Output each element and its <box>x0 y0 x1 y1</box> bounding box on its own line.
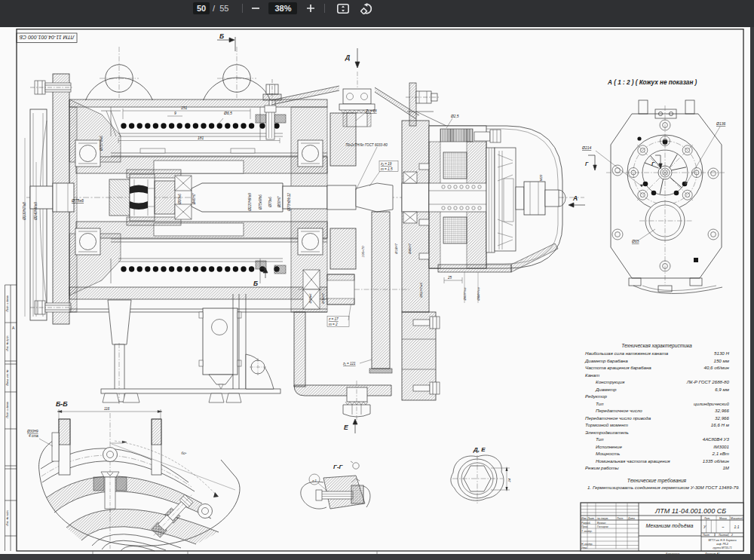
svg-text:Формат А1: Формат А1 <box>705 552 720 555</box>
svg-text:Тип: Тип <box>596 436 604 442</box>
svg-text:Ø2,5: Ø2,5 <box>450 115 459 118</box>
svg-text:1М: 1М <box>722 465 729 470</box>
svg-text:Н. контр.: Н. контр. <box>581 543 593 546</box>
svg-text:Дата: Дата <box>627 517 635 520</box>
svg-text:Ø65: Ø65 <box>631 239 639 243</box>
svg-text:Ø75к9/h6: Ø75к9/h6 <box>259 194 262 210</box>
svg-text:Д: Д <box>345 54 350 61</box>
svg-text:Наибольшая сила натяжения кана: Наибольшая сила натяжения каната <box>585 350 669 356</box>
svg-text:181: 181 <box>198 136 204 140</box>
svg-text:Ø30к6: Ø30к6 <box>308 293 312 304</box>
svg-text:Мощность: Мощность <box>596 451 620 456</box>
svg-text:Ø30Н9: Ø30Н9 <box>26 430 38 433</box>
svg-text:25: 25 <box>447 276 452 280</box>
svg-text:Утв.: Утв. <box>581 546 587 549</box>
svg-text:Ø75Г9/к6: Ø75Г9/к6 <box>100 136 103 151</box>
svg-text:Д, Е: Д, Е <box>473 446 486 453</box>
svg-text:z = 17: z = 17 <box>328 317 339 321</box>
svg-text:40,6 об/мин: 40,6 об/мин <box>704 365 730 370</box>
svg-text:Z₁ = 88: Z₁ = 88 <box>365 109 377 113</box>
svg-text:1: 1 <box>714 534 716 537</box>
svg-text:Технические требования: Технические требования <box>627 478 687 484</box>
svg-text:Ø240Н9/е9: Ø240Н9/е9 <box>34 202 38 221</box>
svg-text:Е: Е <box>344 424 348 431</box>
svg-text:Листов: Листов <box>718 534 728 537</box>
svg-text:Ø6,5: Ø6,5 <box>223 111 232 115</box>
svg-text:Механизм подъёма: Механизм подъёма <box>646 523 694 528</box>
svg-text:Ø40Н7: Ø40Н7 <box>192 193 196 205</box>
svg-text:Гончаров: Гончаров <box>597 525 608 528</box>
svg-text:Ø70к6: Ø70к6 <box>268 197 272 208</box>
svg-text:Ø18Н7: Ø18Н7 <box>394 243 398 254</box>
svg-text:Режим работы: Режим работы <box>585 465 619 470</box>
svg-text:Г: Г <box>651 161 655 167</box>
svg-text:Б: Б <box>219 32 224 40</box>
svg-text:Тормозной момент: Тормозной момент <box>585 422 628 427</box>
svg-text:Частота вращения барабана: Частота вращения барабана <box>585 365 651 370</box>
svg-text:Взам. инв. №: Взам. инв. № <box>6 369 9 385</box>
svg-text:Ерохин: Ерохин <box>597 522 606 525</box>
svg-text:Ø214: Ø214 <box>581 145 591 150</box>
svg-text:Передаточное число привода: Передаточное число привода <box>585 415 651 421</box>
svg-text:МГТУ им. Н.Э. Баумана: МГТУ им. Н.Э. Баумана <box>708 539 736 542</box>
svg-text:Подп. и дата: Подп. и дата <box>6 295 9 311</box>
svg-text:группа МТ10-71: группа МТ10-71 <box>713 546 731 549</box>
svg-text:Инв. № подл.: Инв. № подл. <box>6 510 9 525</box>
svg-text:цилиндрический: цилиндрический <box>694 401 730 406</box>
svg-text:m = 2: m = 2 <box>329 323 338 326</box>
svg-text:Ø45Н7: Ø45Н7 <box>408 243 412 254</box>
svg-text:№ докум.: № докум. <box>597 517 608 520</box>
svg-text:А: А <box>12 326 15 330</box>
svg-text:ЛТМ 11-04.001.000 СБ: ЛТМ 11-04.001.000 СБ <box>654 507 726 515</box>
svg-text:5130 Н: 5130 Н <box>714 350 729 356</box>
svg-text:Ø30к6: Ø30к6 <box>178 194 182 205</box>
svg-text:70х2хТН/9г ГОСТ 6033-80: 70х2хТН/9г ГОСТ 6033-80 <box>345 143 388 147</box>
svg-text:Г: Г <box>585 161 589 167</box>
svg-text:Ø50Н7: Ø50Н7 <box>277 196 281 208</box>
svg-text:2,1 кВт: 2,1 кВт <box>711 451 729 456</box>
svg-text:116: 116 <box>104 407 110 411</box>
svg-text:Техническая характеристика: Техническая характеристика <box>621 343 692 349</box>
svg-text:Ø52Н7/к6: Ø52Н7/к6 <box>419 283 423 298</box>
svg-text:Изм. Лист: Изм. Лист <box>581 517 594 520</box>
svg-text:Ø75к6: Ø75к6 <box>71 198 84 203</box>
svg-text:2: 2 <box>731 534 733 537</box>
svg-text:Конструкция: Конструкция <box>596 379 625 384</box>
svg-text:150 мм: 150 мм <box>713 358 729 363</box>
svg-text:32,966: 32,966 <box>715 415 729 421</box>
svg-text:Ø84Н/пв: Ø84Н/пв <box>477 287 480 301</box>
svg-text:1. Герметизировать соединени: 1. Герметизировать соединения герметиком… <box>587 485 740 490</box>
svg-text:Канат: Канат <box>585 372 599 378</box>
svg-text:1:1: 1:1 <box>734 525 740 529</box>
svg-text:Ø60Р/пв: Ø60Р/пв <box>463 287 467 301</box>
svg-text:Т. контр.: Т. контр. <box>581 530 593 533</box>
svg-text:Ø130Н7/и8: Ø130Н7/и8 <box>23 202 26 221</box>
svg-text:Инв. № дубл.: Инв. № дубл. <box>6 335 9 351</box>
svg-text:6,9 мм: 6,9 мм <box>715 387 730 392</box>
svg-text:9: 9 <box>174 111 176 115</box>
svg-text:М20: М20 <box>539 174 543 181</box>
svg-text:Редуктор: Редуктор <box>585 393 607 399</box>
svg-text:IМ3001: IМ3001 <box>713 444 729 449</box>
svg-text:z₂ = 19: z₂ = 19 <box>380 162 392 166</box>
svg-text:z₁ = 121: z₁ = 121 <box>342 362 356 366</box>
svg-text:Пров.: Пров. <box>581 525 588 528</box>
svg-text:Ø32Н7: Ø32Н7 <box>321 292 325 304</box>
svg-text:m = 1,5: m = 1,5 <box>381 167 393 171</box>
svg-text:105×70: 105×70 <box>361 246 365 257</box>
svg-text:Подп. и дата: Подп. и дата <box>6 402 9 418</box>
svg-text:16,6 Н м: 16,6 Н м <box>711 422 730 427</box>
svg-text:Лист: Лист <box>702 534 710 537</box>
svg-text:Разраб.: Разраб. <box>581 522 590 525</box>
svg-text:Ø220Н9/е9: Ø220Н9/е9 <box>248 193 252 212</box>
svg-text:Электродвигатель: Электродвигатель <box>585 430 629 435</box>
svg-text:32,966: 32,966 <box>715 408 729 413</box>
svg-text:А: А <box>572 194 578 202</box>
svg-text:Диаметр: Диаметр <box>595 387 617 392</box>
svg-text:Исполнение: Исполнение <box>596 444 622 449</box>
svg-text:Лит.: Лит. <box>703 517 710 520</box>
svg-text:Копировал: Копировал <box>666 552 679 555</box>
svg-text:Ø70Н8/h12: Ø70Н8/h12 <box>287 193 291 212</box>
svg-text:Диаметр барабана: Диаметр барабана <box>584 358 628 363</box>
svg-text:24: 24 <box>507 478 511 482</box>
